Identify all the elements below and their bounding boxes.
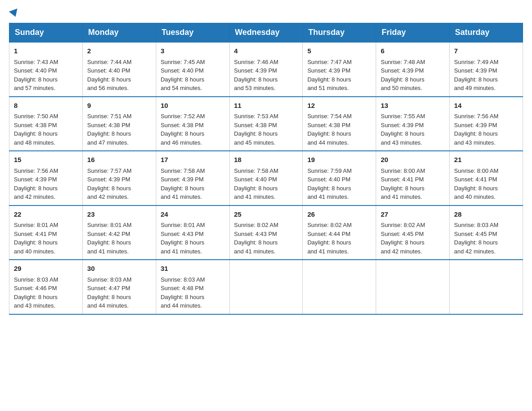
day-info: Sunrise: 8:03 AMSunset: 4:47 PMDaylight:…	[87, 275, 151, 310]
day-number: 13	[381, 101, 445, 111]
day-number: 27	[381, 210, 445, 220]
day-number: 25	[234, 210, 298, 220]
calendar-cell: 4Sunrise: 7:46 AMSunset: 4:39 PMDaylight…	[229, 42, 303, 97]
day-info: Sunrise: 7:51 AMSunset: 4:38 PMDaylight:…	[87, 112, 151, 147]
day-number: 14	[454, 101, 518, 111]
day-info: Sunrise: 8:02 AMSunset: 4:43 PMDaylight:…	[234, 221, 298, 256]
calendar-week-row: 1Sunrise: 7:43 AMSunset: 4:40 PMDaylight…	[9, 42, 523, 97]
calendar-week-row: 29Sunrise: 8:03 AMSunset: 4:46 PMDayligh…	[9, 260, 523, 314]
calendar-week-row: 15Sunrise: 7:56 AMSunset: 4:39 PMDayligh…	[9, 151, 523, 206]
day-info: Sunrise: 7:54 AMSunset: 4:38 PMDaylight:…	[307, 112, 371, 147]
day-number: 1	[14, 46, 78, 56]
day-info: Sunrise: 7:44 AMSunset: 4:40 PMDaylight:…	[87, 58, 151, 93]
calendar-cell: 26Sunrise: 8:02 AMSunset: 4:44 PMDayligh…	[303, 206, 376, 260]
day-number: 6	[381, 46, 445, 56]
calendar-cell: 19Sunrise: 7:59 AMSunset: 4:40 PMDayligh…	[303, 151, 376, 206]
day-info: Sunrise: 7:48 AMSunset: 4:39 PMDaylight:…	[381, 58, 445, 93]
day-info: Sunrise: 7:52 AMSunset: 4:38 PMDaylight:…	[161, 112, 225, 147]
calendar-cell: 24Sunrise: 8:01 AMSunset: 4:43 PMDayligh…	[156, 206, 229, 260]
day-number: 28	[454, 210, 518, 220]
day-number: 24	[161, 210, 225, 220]
calendar-cell: 18Sunrise: 7:58 AMSunset: 4:40 PMDayligh…	[229, 151, 303, 206]
calendar-cell: 3Sunrise: 7:45 AMSunset: 4:40 PMDaylight…	[156, 42, 229, 97]
day-number: 18	[234, 155, 298, 165]
day-number: 15	[14, 155, 78, 165]
day-number: 19	[307, 155, 371, 165]
day-info: Sunrise: 7:43 AMSunset: 4:40 PMDaylight:…	[14, 58, 78, 93]
day-info: Sunrise: 8:03 AMSunset: 4:45 PMDaylight:…	[454, 221, 518, 256]
calendar-cell: 8Sunrise: 7:50 AMSunset: 4:38 PMDaylight…	[9, 97, 83, 151]
calendar-cell: 13Sunrise: 7:55 AMSunset: 4:39 PMDayligh…	[376, 97, 450, 151]
day-info: Sunrise: 8:02 AMSunset: 4:44 PMDaylight:…	[307, 221, 371, 256]
day-info: Sunrise: 8:01 AMSunset: 4:41 PMDaylight:…	[14, 221, 78, 256]
weekday-header-monday: Monday	[82, 23, 156, 43]
calendar-cell: 2Sunrise: 7:44 AMSunset: 4:40 PMDaylight…	[82, 42, 156, 97]
calendar-cell: 14Sunrise: 7:56 AMSunset: 4:39 PMDayligh…	[450, 97, 523, 151]
day-number: 23	[87, 210, 151, 220]
calendar-cell: 11Sunrise: 7:53 AMSunset: 4:38 PMDayligh…	[229, 97, 303, 151]
weekday-header-sunday: Sunday	[9, 23, 83, 43]
calendar-cell: 22Sunrise: 8:01 AMSunset: 4:41 PMDayligh…	[9, 206, 83, 260]
day-info: Sunrise: 7:47 AMSunset: 4:39 PMDaylight:…	[307, 58, 371, 93]
day-number: 17	[161, 155, 225, 165]
calendar-cell	[450, 260, 523, 314]
day-number: 16	[87, 155, 151, 165]
calendar-cell: 15Sunrise: 7:56 AMSunset: 4:39 PMDayligh…	[9, 151, 83, 206]
calendar-cell: 30Sunrise: 8:03 AMSunset: 4:47 PMDayligh…	[82, 260, 156, 314]
day-number: 8	[14, 101, 78, 111]
page-header	[9, 9, 523, 14]
day-info: Sunrise: 7:45 AMSunset: 4:40 PMDaylight:…	[161, 58, 225, 93]
day-number: 11	[234, 101, 298, 111]
calendar-cell: 31Sunrise: 8:03 AMSunset: 4:48 PMDayligh…	[156, 260, 229, 314]
day-info: Sunrise: 8:02 AMSunset: 4:45 PMDaylight:…	[381, 221, 445, 256]
day-number: 26	[307, 210, 371, 220]
calendar-body: 1Sunrise: 7:43 AMSunset: 4:40 PMDaylight…	[9, 42, 523, 314]
day-info: Sunrise: 7:50 AMSunset: 4:38 PMDaylight:…	[14, 112, 78, 147]
calendar-cell: 1Sunrise: 7:43 AMSunset: 4:40 PMDaylight…	[9, 42, 83, 97]
calendar-cell: 16Sunrise: 7:57 AMSunset: 4:39 PMDayligh…	[82, 151, 156, 206]
calendar-cell: 29Sunrise: 8:03 AMSunset: 4:46 PMDayligh…	[9, 260, 83, 314]
calendar-header: SundayMondayTuesdayWednesdayThursdayFrid…	[9, 23, 523, 43]
weekday-header-row: SundayMondayTuesdayWednesdayThursdayFrid…	[9, 23, 523, 43]
weekday-header-friday: Friday	[376, 23, 450, 43]
day-info: Sunrise: 7:53 AMSunset: 4:38 PMDaylight:…	[234, 112, 298, 147]
calendar-cell: 20Sunrise: 8:00 AMSunset: 4:41 PMDayligh…	[376, 151, 450, 206]
day-number: 30	[87, 264, 151, 274]
day-number: 21	[454, 155, 518, 165]
calendar-cell: 12Sunrise: 7:54 AMSunset: 4:38 PMDayligh…	[303, 97, 376, 151]
calendar-cell: 17Sunrise: 7:58 AMSunset: 4:39 PMDayligh…	[156, 151, 229, 206]
day-info: Sunrise: 8:00 AMSunset: 4:41 PMDaylight:…	[381, 167, 445, 201]
day-info: Sunrise: 8:03 AMSunset: 4:48 PMDaylight:…	[161, 275, 225, 310]
day-info: Sunrise: 7:56 AMSunset: 4:39 PMDaylight:…	[454, 112, 518, 147]
weekday-header-tuesday: Tuesday	[156, 23, 229, 43]
logo	[9, 9, 19, 14]
day-number: 20	[381, 155, 445, 165]
day-number: 7	[454, 46, 518, 56]
day-info: Sunrise: 7:58 AMSunset: 4:40 PMDaylight:…	[234, 167, 298, 201]
day-number: 5	[307, 46, 371, 56]
day-info: Sunrise: 7:55 AMSunset: 4:39 PMDaylight:…	[381, 112, 445, 147]
day-info: Sunrise: 8:00 AMSunset: 4:41 PMDaylight:…	[454, 167, 518, 201]
day-number: 9	[87, 101, 151, 111]
day-info: Sunrise: 8:01 AMSunset: 4:42 PMDaylight:…	[87, 221, 151, 256]
calendar-cell: 23Sunrise: 8:01 AMSunset: 4:42 PMDayligh…	[82, 206, 156, 260]
day-info: Sunrise: 8:03 AMSunset: 4:46 PMDaylight:…	[14, 275, 78, 310]
calendar-cell: 27Sunrise: 8:02 AMSunset: 4:45 PMDayligh…	[376, 206, 450, 260]
calendar-week-row: 8Sunrise: 7:50 AMSunset: 4:38 PMDaylight…	[9, 97, 523, 151]
day-info: Sunrise: 7:49 AMSunset: 4:39 PMDaylight:…	[454, 58, 518, 93]
calendar-table: SundayMondayTuesdayWednesdayThursdayFrid…	[9, 23, 523, 315]
weekday-header-saturday: Saturday	[450, 23, 523, 43]
calendar-cell: 10Sunrise: 7:52 AMSunset: 4:38 PMDayligh…	[156, 97, 229, 151]
day-number: 29	[14, 264, 78, 274]
day-number: 22	[14, 210, 78, 220]
calendar-cell: 25Sunrise: 8:02 AMSunset: 4:43 PMDayligh…	[229, 206, 303, 260]
day-number: 12	[307, 101, 371, 111]
calendar-cell: 21Sunrise: 8:00 AMSunset: 4:41 PMDayligh…	[450, 151, 523, 206]
calendar-cell	[303, 260, 376, 314]
day-info: Sunrise: 7:57 AMSunset: 4:39 PMDaylight:…	[87, 167, 151, 201]
day-info: Sunrise: 7:59 AMSunset: 4:40 PMDaylight:…	[307, 167, 371, 201]
weekday-header-thursday: Thursday	[303, 23, 376, 43]
day-number: 10	[161, 101, 225, 111]
day-info: Sunrise: 7:46 AMSunset: 4:39 PMDaylight:…	[234, 58, 298, 93]
day-info: Sunrise: 8:01 AMSunset: 4:43 PMDaylight:…	[161, 221, 225, 256]
